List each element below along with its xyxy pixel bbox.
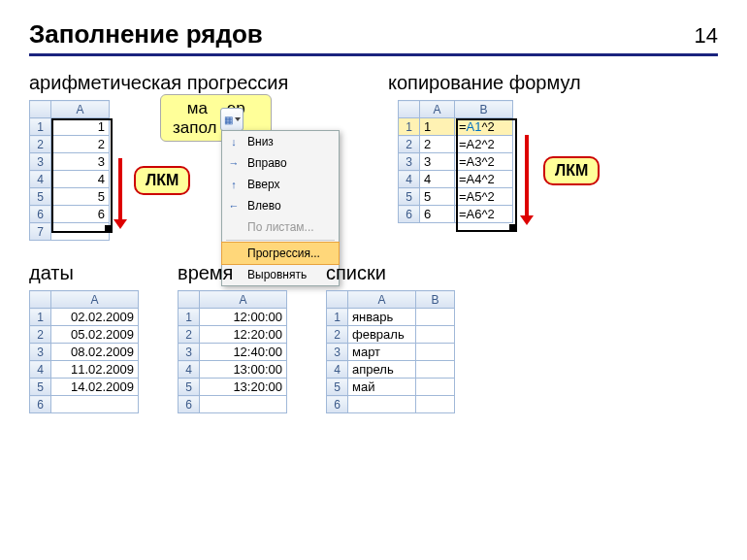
callout-lkm: ЛКМ — [134, 166, 190, 195]
arrow-down-icon — [118, 158, 122, 221]
callout-lkm: ЛКМ — [543, 156, 600, 185]
arrow-left-icon: ← — [226, 198, 242, 214]
grid-arith: A 11 22 33 44 55 66 7 — [29, 100, 110, 241]
grid-formulas: AB 11=A1^2 22=A2^2 33=A3^2 44=A4^2 55=A5… — [398, 100, 513, 223]
label-lists: списки — [326, 262, 455, 284]
page-title: Заполнение рядов — [29, 19, 263, 49]
fill-icon: ▦ — [224, 115, 233, 125]
arrow-right-icon: → — [226, 155, 242, 171]
arrow-down-icon — [525, 135, 529, 217]
fill-handle[interactable] — [509, 224, 515, 230]
grid-dates: A 102.02.2009 205.02.2009 308.02.2009 41… — [29, 290, 139, 413]
arrow-down-icon: ↓ — [226, 134, 242, 149]
label-formulas: копирование формул — [388, 72, 698, 94]
menu-item-left[interactable]: ←Влево — [222, 195, 339, 216]
page-number: 14 — [695, 23, 718, 49]
menu-item-up[interactable]: ↑Вверх — [222, 174, 339, 195]
label-time: время — [178, 262, 287, 284]
menu-item-down[interactable]: ↓Вниз — [222, 131, 339, 152]
arrow-up-icon: ↑ — [226, 177, 242, 192]
menu-item-sheets: По листам... — [222, 216, 339, 238]
menu-item-right[interactable]: →Вправо — [222, 152, 339, 174]
fill-button[interactable]: ▦ — [220, 108, 244, 131]
label-dates: даты — [29, 262, 139, 284]
fill-handle[interactable] — [105, 225, 111, 231]
label-arith: арифметическая прогрессия — [29, 72, 349, 94]
grid-time: A 112:00:00 212:20:00 312:40:00 413:00:0… — [178, 290, 287, 413]
grid-lists: AB 1январь 2февраль 3март 4апрель 5май 6 — [326, 290, 455, 413]
